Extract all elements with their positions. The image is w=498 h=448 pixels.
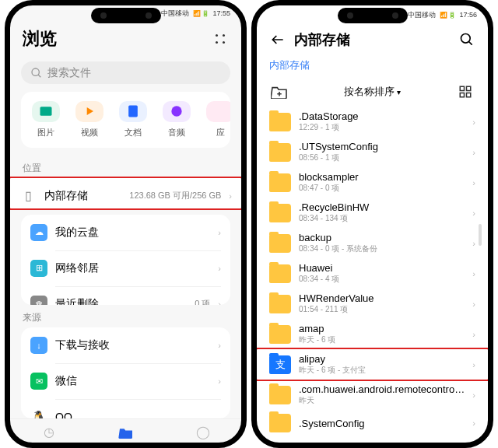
nav-recent-icon[interactable]: ◷ xyxy=(40,424,58,441)
carrier: 中国移动 xyxy=(161,9,189,19)
chevron-right-icon: › xyxy=(472,390,475,400)
svg-line-1 xyxy=(38,75,40,77)
svg-line-8 xyxy=(469,42,472,45)
folder-row[interactable]: backup 08:34 - 0 项 - 系统备份 › xyxy=(257,228,488,258)
folder-list: .DataStorage 12:29 - 1 项 › .UTSystemConf… xyxy=(257,107,488,443)
folder-meta: 昨天 - 6 项 - 支付宝 xyxy=(299,365,465,376)
header: 浏览 xyxy=(10,21,241,57)
phone-left: 中国移动 📶 🔋 17:55 浏览 搜索文件 图片 视频 文档 音频 应 位置 … xyxy=(5,0,247,448)
chevron-right-icon: › xyxy=(472,418,475,428)
folder-row[interactable]: .com.huawei.android.remotecontroller 昨天 … xyxy=(257,380,488,410)
chevron-right-icon: › xyxy=(472,148,475,157)
section-location: 位置 xyxy=(10,156,241,178)
wechat-icon: ✉ xyxy=(30,373,47,390)
folder-row[interactable]: HWRenderValue 01:54 - 211 项 › xyxy=(257,289,488,319)
folder-row[interactable]: alipay 昨天 - 6 项 - 支付宝 › xyxy=(257,348,488,381)
nav-me-icon[interactable]: ◯ xyxy=(195,424,212,441)
folder-name: .UTSystemConfig xyxy=(299,141,465,152)
folder-name: amap xyxy=(299,323,465,334)
svg-rect-14 xyxy=(467,93,471,97)
search-placeholder: 搜索文件 xyxy=(47,66,91,80)
folder-row[interactable]: .DataStorage 12:29 - 1 项 › xyxy=(257,107,488,137)
folder-icon xyxy=(269,295,291,313)
alipay-icon xyxy=(269,355,291,374)
category-docs[interactable]: 文档 xyxy=(111,101,155,138)
breadcrumb[interactable]: 内部存储 xyxy=(257,55,488,79)
scrollbar[interactable] xyxy=(479,224,482,246)
search-icon[interactable] xyxy=(458,31,475,48)
folder-meta: 08:56 - 1 项 xyxy=(299,152,465,163)
network-icon: ⊞ xyxy=(30,260,47,277)
folder-icon xyxy=(269,386,291,404)
category-video[interactable]: 视频 xyxy=(68,101,111,138)
svg-rect-11 xyxy=(460,86,464,90)
phone-right: 中国移动 📶 🔋 17:56 内部存储 内部存储 按名称排序 ▾ .DataSt… xyxy=(251,0,493,448)
sort-button[interactable]: 按名称排序 ▾ xyxy=(296,85,449,99)
folder-icon xyxy=(269,204,291,222)
new-folder-icon[interactable] xyxy=(269,83,289,100)
category-apps[interactable]: 应 xyxy=(198,101,230,138)
folder-row[interactable]: .UTSystemConfig 08:56 - 1 项 › xyxy=(257,137,488,167)
search-input[interactable]: 搜索文件 xyxy=(21,61,230,84)
chevron-right-icon: › xyxy=(472,269,475,278)
cloud-icon: ☁ xyxy=(30,224,47,241)
trash-icon: 🗑 xyxy=(30,296,47,305)
wechat-row[interactable]: ✉ 微信 › xyxy=(21,363,230,399)
chevron-right-icon: › xyxy=(218,341,221,350)
svg-marker-3 xyxy=(87,107,93,115)
folder-icon xyxy=(269,113,291,131)
phone-icon: ▯ xyxy=(19,187,37,205)
folder-row[interactable]: Huawei 08:34 - 4 项 › xyxy=(257,258,488,289)
category-images[interactable]: 图片 xyxy=(24,101,68,138)
status-indicators: 📶 🔋 xyxy=(440,12,456,19)
folder-row[interactable]: .RecycleBinHW 08:34 - 134 项 › xyxy=(257,198,488,228)
section-sources: 来源 xyxy=(10,305,241,327)
folder-name: .RecycleBinHW xyxy=(299,201,465,213)
menu-grid-icon[interactable] xyxy=(212,30,229,47)
qq-row[interactable]: 🐧 QQ xyxy=(21,399,230,418)
download-icon: ↓ xyxy=(30,337,47,354)
header: 内部存储 xyxy=(257,24,488,55)
folder-name: .SystemConfig xyxy=(299,418,465,429)
clock: 17:55 xyxy=(212,9,230,17)
folder-icon xyxy=(269,173,291,192)
chevron-right-icon: › xyxy=(472,330,475,339)
svg-point-0 xyxy=(32,68,39,75)
folder-meta: 01:54 - 211 项 xyxy=(299,304,465,315)
chevron-right-icon: › xyxy=(229,191,232,201)
internal-storage-row[interactable]: ▯ 内部存储 123.68 GB 可用/256 GB › xyxy=(10,178,241,210)
svg-rect-13 xyxy=(460,93,464,97)
folder-name: .com.huawei.android.remotecontroller xyxy=(299,383,465,395)
nav-browse-icon[interactable] xyxy=(117,424,135,441)
folder-row[interactable]: amap 昨天 - 6 项 › xyxy=(257,319,488,349)
folder-meta: 08:34 - 0 项 - 系统备份 xyxy=(299,243,465,254)
folder-icon xyxy=(269,234,291,253)
svg-rect-2 xyxy=(40,107,52,117)
chevron-right-icon: › xyxy=(472,299,475,309)
category-audio[interactable]: 音频 xyxy=(155,101,198,138)
status-indicators: 📶 🔋 xyxy=(193,10,209,17)
chevron-right-icon: › xyxy=(472,117,475,127)
folder-row[interactable]: .SystemConfig › xyxy=(257,410,488,436)
cloud-drive-row[interactable]: ☁ 我的云盘 › xyxy=(21,215,230,250)
download-row[interactable]: ↓ 下载与接收 › xyxy=(21,327,230,363)
view-grid-icon[interactable] xyxy=(455,83,475,100)
folder-row[interactable]: blocksampler 08:47 - 0 项 › xyxy=(257,167,488,198)
folder-name: backup xyxy=(299,232,465,243)
svg-rect-4 xyxy=(128,106,138,117)
storage-progress xyxy=(44,209,195,210)
folder-name: blocksampler xyxy=(299,171,465,183)
qq-icon: 🐧 xyxy=(30,408,47,418)
category-row: 图片 视频 文档 音频 应 xyxy=(21,92,230,148)
folder-meta: 12:29 - 1 项 xyxy=(299,122,465,133)
back-icon[interactable] xyxy=(269,31,286,48)
folder-name: .DataStorage xyxy=(299,110,465,122)
folder-meta: 昨天 xyxy=(299,395,465,406)
folder-icon xyxy=(269,264,291,283)
recent-delete-row[interactable]: 🗑 最近删除 0 项 › xyxy=(21,286,230,305)
storage-label: 内部存储 xyxy=(44,189,121,203)
network-row[interactable]: ⊞ 网络邻居 › xyxy=(21,250,230,286)
clock: 17:56 xyxy=(459,11,477,19)
chevron-right-icon: › xyxy=(472,360,475,369)
toolbar: 按名称排序 ▾ xyxy=(257,79,488,107)
